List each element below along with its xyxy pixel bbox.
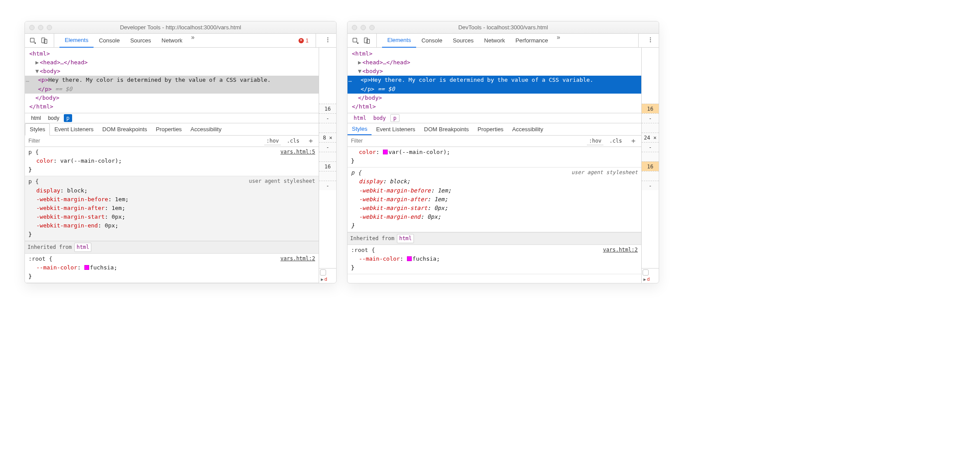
panel-tab-styles[interactable]: Styles xyxy=(25,123,50,136)
rule-selector[interactable]: :root { xyxy=(28,255,315,263)
css-property-name[interactable]: -webkit-margin-end xyxy=(359,213,420,220)
tab-elements[interactable]: Elements xyxy=(59,34,94,48)
css-declaration[interactable]: -webkit-margin-end: 0px; xyxy=(28,221,315,230)
css-declaration[interactable]: -webkit-margin-after: 1em; xyxy=(351,195,638,204)
css-property-name[interactable]: -webkit-margin-start xyxy=(359,205,427,211)
breadcrumb-p[interactable]: p xyxy=(64,114,72,122)
style-rule[interactable]: vars.html:5p { color: var(--main-color);… xyxy=(25,147,319,176)
css-property-value[interactable]: fuchsia xyxy=(90,264,114,271)
breadcrumb-html[interactable]: html xyxy=(28,114,44,122)
css-property-name[interactable]: color xyxy=(359,149,376,155)
css-property-name[interactable]: -webkit-margin-before xyxy=(359,187,431,194)
panel-tab-dom breakpoints[interactable]: DOM Breakpoints xyxy=(98,123,152,135)
tab-console[interactable]: Console xyxy=(94,34,125,48)
css-property-value[interactable]: 0px xyxy=(427,213,438,220)
css-declaration[interactable]: color: var(--main-color); xyxy=(351,148,638,157)
error-count[interactable]: ✕ 1 xyxy=(299,38,309,44)
breadcrumb-body[interactable]: body xyxy=(45,114,62,122)
dom-node-html[interactable]: <html> xyxy=(352,49,641,58)
color-swatch-icon[interactable] xyxy=(84,265,89,270)
style-rule-root[interactable]: vars.html:2 :root { --main-color: fuchsi… xyxy=(25,254,319,283)
css-property-name[interactable]: display xyxy=(359,178,383,185)
css-property-value[interactable]: block xyxy=(389,178,407,185)
tab-sources[interactable]: Sources xyxy=(448,34,479,48)
panel-tab-properties[interactable]: Properties xyxy=(473,123,508,135)
css-declaration[interactable]: -webkit-margin-start: 0px; xyxy=(28,213,315,221)
zoom-dot[interactable] xyxy=(47,25,52,30)
panel-tab-dom breakpoints[interactable]: DOM Breakpoints xyxy=(420,123,473,135)
css-property-value[interactable]: 0px xyxy=(111,213,122,220)
checkbox-icon[interactable] xyxy=(320,269,326,276)
css-property-name[interactable]: -webkit-margin-after xyxy=(359,196,427,203)
tab-console[interactable]: Console xyxy=(416,34,448,48)
panel-tab-accessibility[interactable]: Accessibility xyxy=(186,123,226,135)
css-property-name[interactable]: display xyxy=(36,187,60,194)
hov-chip[interactable]: :hov xyxy=(264,137,281,145)
breadcrumb-p[interactable]: p xyxy=(390,114,400,122)
styles-filter-input[interactable] xyxy=(28,137,260,144)
css-declaration[interactable]: --main-color: fuchsia; xyxy=(351,255,638,263)
device-toggle-icon[interactable] xyxy=(362,36,371,45)
css-property-name[interactable]: -webkit-margin-end xyxy=(36,222,98,229)
css-property-name[interactable]: -webkit-margin-before xyxy=(36,196,108,203)
css-property-value[interactable]: 1em xyxy=(115,196,125,203)
device-toggle-icon[interactable] xyxy=(40,36,49,45)
css-declaration[interactable]: display: block; xyxy=(28,186,315,195)
dom-node-html-close[interactable]: </html> xyxy=(29,102,319,111)
close-dot[interactable] xyxy=(29,25,35,30)
rule-source[interactable]: vars.html:2 xyxy=(281,255,315,263)
rule-source[interactable]: vars.html:2 xyxy=(603,246,638,254)
cls-chip[interactable]: .cls xyxy=(608,137,624,145)
style-rule-root[interactable]: vars.html:2 :root { --main-color: fuchsi… xyxy=(348,245,641,274)
panel-tab-properties[interactable]: Properties xyxy=(152,123,186,135)
tab-network[interactable]: Network xyxy=(479,34,511,48)
dom-node-body-close[interactable]: </body> xyxy=(352,94,641,102)
hov-chip[interactable]: :hov xyxy=(587,137,603,145)
css-declaration[interactable]: -webkit-margin-start: 0px; xyxy=(351,204,638,213)
more-tabs-icon[interactable]: » xyxy=(553,34,564,48)
panel-tab-styles[interactable]: Styles xyxy=(348,123,372,135)
dom-node-body[interactable]: ▼<body> xyxy=(29,67,319,76)
tab-elements[interactable]: Elements xyxy=(382,34,416,48)
css-declaration[interactable]: display: block; xyxy=(351,177,638,186)
cls-chip[interactable]: .cls xyxy=(285,137,301,145)
styles-pane[interactable]: vars.html:5p { color: var(--main-color);… xyxy=(25,147,319,283)
style-rule[interactable]: user agent stylesheetp { display: block;… xyxy=(348,168,641,232)
color-swatch-icon[interactable] xyxy=(407,256,412,261)
color-swatch-icon[interactable] xyxy=(383,150,388,154)
dom-node-p-selected[interactable]: … <p>Hey there. My color is determined b… xyxy=(25,76,319,93)
css-declaration[interactable]: -webkit-margin-before: 1em; xyxy=(351,186,638,195)
menu-icon[interactable] xyxy=(323,37,333,44)
inspect-icon[interactable] xyxy=(28,36,37,45)
tab-network[interactable]: Network xyxy=(156,34,188,48)
dom-node-html-close[interactable]: </html> xyxy=(352,102,641,111)
inherited-tag[interactable]: html xyxy=(74,243,91,252)
style-rule[interactable]: color: var(--main-color);} xyxy=(348,147,641,168)
css-property-value[interactable]: block xyxy=(67,187,84,194)
expand-arrow-icon[interactable]: ▶ xyxy=(320,277,323,282)
inspect-icon[interactable] xyxy=(351,36,360,45)
rule-selector[interactable]: :root { xyxy=(351,246,638,255)
css-property-value[interactable]: 1em xyxy=(438,187,448,194)
dom-node-body[interactable]: ▼<body> xyxy=(352,67,641,76)
styles-pane[interactable]: color: var(--main-color);}user agent sty… xyxy=(348,147,641,283)
css-property-value[interactable]: 1em xyxy=(434,196,444,203)
tab-performance[interactable]: Performance xyxy=(510,34,553,48)
new-style-rule-icon[interactable]: ＋ xyxy=(306,136,316,146)
dom-node-body-close[interactable]: </body> xyxy=(29,94,319,102)
css-property-value[interactable]: 0px xyxy=(105,222,115,229)
style-rule[interactable]: user agent stylesheetp { display: block;… xyxy=(25,176,319,241)
panel-tab-event listeners[interactable]: Event Listeners xyxy=(50,123,98,135)
dom-tree[interactable]: <html> ▶<head>…</head> ▼<body> … <p>Hey … xyxy=(348,48,641,113)
styles-filter-input[interactable] xyxy=(350,137,583,144)
expand-arrow-icon[interactable]: ▶ xyxy=(643,277,646,282)
css-property-value[interactable]: 0px xyxy=(434,205,444,211)
breadcrumb-body[interactable]: body xyxy=(371,114,389,122)
rule-source[interactable]: vars.html:5 xyxy=(281,148,315,156)
css-property-name[interactable]: --main-color xyxy=(36,264,77,271)
css-declaration[interactable]: -webkit-margin-end: 0px; xyxy=(351,213,638,221)
dom-node-html[interactable]: <html> xyxy=(29,49,319,58)
breadcrumb-html[interactable]: html xyxy=(351,114,369,122)
css-property-name[interactable]: -webkit-margin-start xyxy=(36,213,105,220)
rule-selector[interactable]: p { xyxy=(28,148,315,157)
